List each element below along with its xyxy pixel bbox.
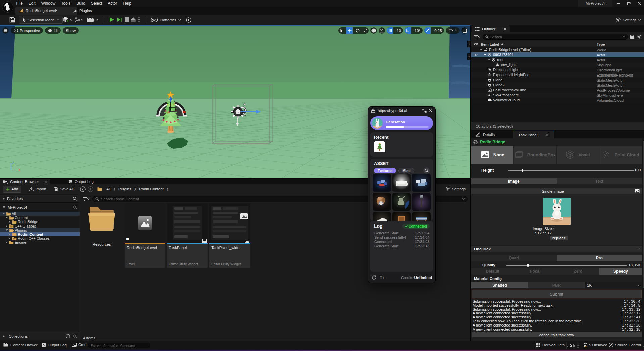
close-button[interactable]: [634, 0, 644, 7]
filter-icon[interactable]: [83, 197, 90, 201]
play-options-icon[interactable]: [138, 17, 140, 22]
outliner-row-skyatmosphere[interactable]: SkyAtmosphereSkyAtmosphere: [471, 93, 644, 98]
expand-arrow-icon[interactable]: [480, 49, 482, 51]
derived-data-button[interactable]: Derived Data: [536, 343, 568, 347]
outliner-row-plane2[interactable]: Plane2StaticMeshActor: [471, 83, 644, 88]
menu-file[interactable]: File: [13, 0, 26, 7]
asset-thumbnail-5[interactable]: [392, 193, 411, 211]
outliner-row-volumetriccloud[interactable]: VolumetricCloudVolumetricCloud: [471, 98, 644, 103]
tab-task-panel[interactable]: Task Panel: [513, 131, 554, 138]
asset-search-icon[interactable]: [423, 167, 430, 174]
angle-snap-control[interactable]: 10°: [405, 27, 423, 34]
popout-icon[interactable]: [422, 109, 427, 113]
asset-taskpanel[interactable]: TaskPanelEditor Utility Widget: [167, 203, 208, 268]
skip-button[interactable]: [116, 17, 122, 23]
unreal-logo-icon[interactable]: [2, 1, 14, 13]
hyper3d-titlebar[interactable]: https://hyper3d.ai: [368, 107, 435, 115]
asset-thumbnail-7[interactable]: [373, 212, 391, 221]
add-button[interactable]: Add: [3, 186, 21, 193]
outliner-row-root[interactable]: rootActor: [471, 57, 644, 62]
import-button[interactable]: Import: [29, 187, 46, 191]
input-tab-text[interactable]: Text: [557, 178, 642, 184]
refresh-icon[interactable]: [371, 275, 376, 280]
tree-item-all[interactable]: All: [0, 212, 80, 216]
height-slider-thumb[interactable]: [522, 169, 523, 172]
outliner-row-postprocessvolume[interactable]: PostProcessVolumePostProcessVolume: [471, 88, 644, 93]
generation-progress-pill[interactable]: Generation...: [370, 116, 433, 130]
breadcrumb-all[interactable]: All: [106, 187, 111, 191]
content-browser-settings[interactable]: Settings: [446, 187, 466, 191]
move-tool[interactable]: [346, 27, 353, 34]
outliner-row-exponentialheightfog[interactable]: ExponentialHeightFogExponentialHeightFog: [471, 72, 644, 78]
maximize-viewport-icon[interactable]: [461, 27, 468, 34]
content-drawer-button[interactable]: Content Drawer: [3, 343, 38, 347]
oneclick-section-header[interactable]: OneClick: [471, 246, 642, 252]
quality-slider[interactable]: [506, 265, 627, 266]
image-icon[interactable]: [635, 189, 640, 193]
asset-thumbnail-1[interactable]: [373, 174, 391, 192]
expand-arrow-icon[interactable]: [488, 59, 490, 61]
surface-snapping-icon[interactable]: [379, 27, 385, 34]
asset-thumbnail-8[interactable]: [392, 212, 411, 221]
dock-expand-chevron[interactable]: ◂: [467, 53, 470, 60]
expand-arrow-icon[interactable]: [484, 54, 486, 56]
unsaved-button[interactable]: 5 Unsaved: [583, 343, 607, 347]
menu-select[interactable]: Select: [88, 0, 105, 7]
menu-edit[interactable]: Edit: [26, 0, 38, 7]
filter-icon[interactable]: [474, 35, 480, 39]
camera-speed-control[interactable]: 4: [446, 27, 460, 34]
cinematics-icon[interactable]: [87, 17, 98, 22]
close-icon[interactable]: [429, 109, 432, 112]
outliner-row-directionallight[interactable]: DirectionalLightDirectionalLight: [471, 67, 644, 72]
viewport-options-icon[interactable]: [2, 27, 9, 34]
asset-thumbnail-9[interactable]: [412, 212, 431, 221]
new-folder-icon[interactable]: [630, 35, 635, 39]
select-tool[interactable]: [338, 27, 345, 34]
asset-thumbnail-2[interactable]: [392, 174, 411, 192]
submit-button[interactable]: Submit: [472, 290, 642, 298]
expand-arrow-icon[interactable]: [6, 229, 8, 231]
breadcrumb-rodin-content[interactable]: Rodin Content: [139, 187, 164, 191]
asset-thumbnail-3[interactable]: [412, 174, 431, 192]
tab-details[interactable]: Details: [471, 131, 499, 138]
settings-dropdown[interactable]: Settings: [614, 16, 643, 24]
viewport-show-menu[interactable]: Show: [63, 27, 79, 34]
add-actor-icon[interactable]: [62, 17, 72, 23]
eject-button[interactable]: [131, 17, 136, 22]
resolution-dropdown[interactable]: 1K: [585, 282, 642, 288]
expand-arrow-icon[interactable]: [9, 233, 10, 236]
tree-item-content[interactable]: Content: [0, 216, 80, 220]
quality-mode-pro[interactable]: Pro: [557, 255, 642, 261]
save-all-button[interactable]: Save All: [54, 187, 74, 191]
tree-item-rodinbridge[interactable]: RodinBridge: [0, 220, 80, 224]
insights-icon[interactable]: [569, 343, 575, 348]
replace-button[interactable]: replace: [550, 236, 568, 240]
mode-tab-voxel[interactable]: Voxel: [557, 146, 599, 164]
expand-arrow-icon[interactable]: [3, 213, 5, 214]
forward-icon[interactable]: [88, 186, 93, 192]
dock-expand-chevron[interactable]: ◂: [467, 41, 470, 47]
expand-arrow-icon[interactable]: [9, 221, 10, 223]
recent-thumbnail-tree[interactable]: [374, 141, 385, 152]
mine-tab[interactable]: Mine: [398, 168, 414, 173]
world-space-icon[interactable]: [370, 27, 377, 34]
scale-tool[interactable]: [362, 27, 369, 34]
play-button[interactable]: [109, 17, 115, 23]
tab-output-log[interactable]: Output Log: [65, 179, 97, 184]
tab-level[interactable]: RodinBridgeLevel•: [15, 7, 77, 15]
reference-image-bunny[interactable]: [543, 198, 571, 225]
asset-resources[interactable]: Resources: [84, 203, 120, 246]
grid-snap-control[interactable]: 10: [387, 27, 403, 34]
tab-plugins[interactable]: Plugins: [69, 7, 96, 15]
quality-slider-thumb[interactable]: [527, 264, 529, 267]
hyper3d-window[interactable]: https://hyper3d.ai Generation...RecentAS…: [368, 107, 435, 283]
quality-mode-quad[interactable]: Quad: [471, 255, 557, 261]
task-panel-scrollbar[interactable]: [642, 138, 644, 341]
menu-build[interactable]: Build: [73, 0, 88, 7]
preset-zero[interactable]: Zero: [557, 268, 599, 275]
material-pbr-tab[interactable]: PBR: [528, 282, 585, 288]
menu-window[interactable]: Window: [38, 0, 58, 7]
expand-arrow-icon[interactable]: [9, 237, 10, 240]
visibility-eye-icon[interactable]: [474, 53, 478, 56]
tree-item-rodin-content[interactable]: Rodin Content: [0, 232, 80, 236]
